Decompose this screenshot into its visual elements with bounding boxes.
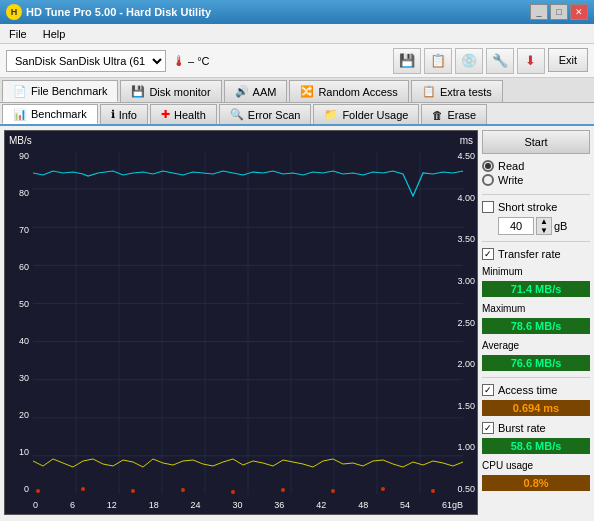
svg-point-22 [231, 490, 235, 494]
tab-erase-label: Erase [447, 109, 476, 121]
minimum-value: 71.4 MB/s [482, 281, 590, 297]
radio-group: Read Write [482, 158, 590, 188]
tab-extra-tests[interactable]: 📋 Extra tests [411, 80, 503, 102]
maximum-label: Maximum [482, 303, 590, 314]
maximize-button[interactable]: □ [550, 4, 568, 20]
title-bar-left: H HD Tune Pro 5.00 - Hard Disk Utility [6, 4, 211, 20]
main-content: MB/s ms 90 80 70 60 50 40 30 20 10 0 4.5… [0, 126, 594, 519]
tab-error-scan-icon: 🔍 [230, 108, 244, 121]
radio-write-label: Write [498, 174, 523, 186]
short-stroke-checkbox[interactable]: Short stroke [482, 201, 590, 213]
chart-y-label-right: ms [460, 135, 473, 146]
tab-aam-label: AAM [253, 86, 277, 98]
app-icon: H [6, 4, 22, 20]
tab-file-benchmark-icon: 📄 [13, 85, 27, 98]
title-controls: _ □ ✕ [530, 4, 588, 20]
tab-error-scan[interactable]: 🔍 Error Scan [219, 104, 312, 124]
tab-random-access[interactable]: 🔀 Random Access [289, 80, 408, 102]
close-button[interactable]: ✕ [570, 4, 588, 20]
divider-3 [482, 377, 590, 378]
title-bar: H HD Tune Pro 5.00 - Hard Disk Utility _… [0, 0, 594, 24]
divider-2 [482, 241, 590, 242]
toolbar-icons: 💾 📋 💿 🔧 ⬇ Exit [393, 48, 588, 74]
tab-file-benchmark[interactable]: 📄 File Benchmark [2, 80, 118, 102]
tab-benchmark-icon: 📊 [13, 108, 27, 121]
access-time-label: Access time [498, 384, 557, 396]
burst-rate-indicator [482, 422, 494, 434]
icon-btn-4[interactable]: 🔧 [486, 48, 514, 74]
disk-selector[interactable]: SanDisk SanDisk Ultra (61 gB) [6, 50, 166, 72]
gb-value-input[interactable] [498, 217, 534, 235]
tab-file-benchmark-label: File Benchmark [31, 85, 107, 97]
radio-write-indicator [482, 174, 494, 186]
spinbox-buttons[interactable]: ▲▼ [536, 217, 552, 235]
tab-disk-monitor-icon: 💾 [131, 85, 145, 98]
burst-rate-value: 58.6 MB/s [482, 438, 590, 454]
svg-point-23 [281, 488, 285, 492]
radio-read-label: Read [498, 160, 524, 172]
tab-disk-monitor[interactable]: 💾 Disk monitor [120, 80, 221, 102]
tab-health-label: Health [174, 109, 206, 121]
tab-extra-tests-label: Extra tests [440, 86, 492, 98]
tab-random-access-label: Random Access [318, 86, 397, 98]
tab-benchmark-label: Benchmark [31, 108, 87, 120]
start-button[interactable]: Start [482, 130, 590, 154]
chart-svg [33, 151, 463, 494]
menu-help[interactable]: Help [40, 27, 69, 41]
short-stroke-label: Short stroke [498, 201, 557, 213]
access-time-indicator [482, 384, 494, 396]
transfer-rate-checkbox[interactable]: Transfer rate [482, 248, 590, 260]
svg-point-20 [131, 489, 135, 493]
minimum-label: Minimum [482, 266, 590, 277]
maximum-value: 78.6 MB/s [482, 318, 590, 334]
tab-disk-monitor-label: Disk monitor [149, 86, 210, 98]
svg-point-24 [331, 489, 335, 493]
icon-btn-2[interactable]: 📋 [424, 48, 452, 74]
icon-btn-3[interactable]: 💿 [455, 48, 483, 74]
svg-point-25 [381, 487, 385, 491]
temperature-value: – °C [188, 55, 210, 67]
tab-aam-icon: 🔊 [235, 85, 249, 98]
right-panel: Start Read Write Short stroke ▲▼ gB Tran… [482, 130, 590, 515]
menu-file[interactable]: File [6, 27, 30, 41]
tab-info-icon: ℹ [111, 108, 115, 121]
radio-read[interactable]: Read [482, 160, 590, 172]
tab-info-label: Info [119, 109, 137, 121]
x-axis-labels: 0 6 12 18 24 30 36 42 48 54 61gB [33, 500, 463, 510]
minimize-button[interactable]: _ [530, 4, 548, 20]
tab-folder-usage-icon: 📁 [324, 108, 338, 121]
y-axis-left: 90 80 70 60 50 40 30 20 10 0 [7, 151, 29, 494]
menu-bar: File Help [0, 24, 594, 44]
thermometer-icon: 🌡 [172, 53, 186, 69]
tab-erase-icon: 🗑 [432, 109, 443, 121]
svg-point-21 [181, 488, 185, 492]
tab-benchmark[interactable]: 📊 Benchmark [2, 104, 98, 124]
transfer-rate-label: Transfer rate [498, 248, 561, 260]
burst-rate-label: Burst rate [498, 422, 546, 434]
burst-rate-checkbox[interactable]: Burst rate [482, 422, 590, 434]
radio-read-indicator [482, 160, 494, 172]
access-time-value: 0.694 ms [482, 400, 590, 416]
tab-folder-usage-label: Folder Usage [342, 109, 408, 121]
gb-spinbox: ▲▼ gB [498, 217, 590, 235]
tab-folder-usage[interactable]: 📁 Folder Usage [313, 104, 419, 124]
short-stroke-indicator [482, 201, 494, 213]
temperature-display: 🌡 – °C [172, 53, 210, 69]
svg-point-26 [431, 489, 435, 493]
radio-write[interactable]: Write [482, 174, 590, 186]
icon-btn-1[interactable]: 💾 [393, 48, 421, 74]
tab-health-icon: ✚ [161, 108, 170, 121]
tab-aam[interactable]: 🔊 AAM [224, 80, 288, 102]
chart-area: MB/s ms 90 80 70 60 50 40 30 20 10 0 4.5… [4, 130, 478, 515]
icon-btn-5[interactable]: ⬇ [517, 48, 545, 74]
tab-erase[interactable]: 🗑 Erase [421, 104, 487, 124]
tab-health[interactable]: ✚ Health [150, 104, 217, 124]
chart-y-label-left: MB/s [9, 135, 32, 146]
divider-1 [482, 194, 590, 195]
access-time-checkbox[interactable]: Access time [482, 384, 590, 396]
exit-button[interactable]: Exit [548, 48, 588, 72]
tab-info[interactable]: ℹ Info [100, 104, 148, 124]
tab-error-scan-label: Error Scan [248, 109, 301, 121]
tab-random-access-icon: 🔀 [300, 85, 314, 98]
tabs-row-2: 📊 Benchmark ℹ Info ✚ Health 🔍 Error Scan… [0, 103, 594, 126]
